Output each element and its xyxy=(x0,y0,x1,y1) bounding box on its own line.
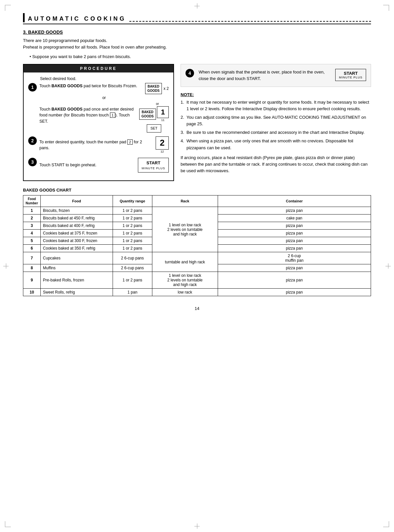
or-right-1: or xyxy=(39,101,159,106)
start-minute-plus-button-step4[interactable]: START MINUTE PLUS xyxy=(335,69,366,81)
num-11-label: 11 xyxy=(161,118,164,123)
cell-food: Cupcakes xyxy=(40,252,113,264)
note-1: It may not be necessary to enter weight … xyxy=(181,99,371,112)
crosshair-bottom xyxy=(194,523,200,529)
start-btn-step4: START MINUTE PLUS xyxy=(335,69,366,81)
step-2-number: 2 xyxy=(28,136,37,145)
note-section: NOTE: It may not be necessary to enter w… xyxy=(181,92,371,174)
baked-goods-table: FoodNumber Food Quantity range Rack Cont… xyxy=(23,195,371,296)
cell-food: Muffins xyxy=(40,264,113,272)
main-content: PROCEDURE Select desired food. 1 xyxy=(23,64,371,181)
cell-quantity: 1 or 2 pans xyxy=(113,237,152,245)
note-title: NOTE: xyxy=(181,92,371,97)
note-2: You can adjust cooking time as you like.… xyxy=(181,114,371,127)
cell-container: pizza pan xyxy=(218,207,371,215)
cell-food-number: 7 xyxy=(23,252,41,264)
step-2-row: 2 To enter desired quantity, touch the n… xyxy=(28,136,169,154)
num-display-2: 2 12 xyxy=(156,136,169,154)
procedure-box: PROCEDURE Select desired food. 1 xyxy=(23,64,174,181)
table-body: 1Biscuits, frozen1 or 2 pans1 level on l… xyxy=(23,207,371,296)
table-row: 9Pre-baked Rolls, frozen1 or 2 pans1 lev… xyxy=(23,272,371,289)
cell-food-number: 10 xyxy=(23,289,41,296)
cell-food-number: 8 xyxy=(23,264,41,272)
step-4-text: When oven signals that the preheat is ov… xyxy=(199,69,331,82)
step-3-content: Touch START to begin preheat. START MINU… xyxy=(39,158,169,173)
cell-quantity: 1 or 2 pans xyxy=(113,222,152,230)
right-column: 4 When oven signals that the preheat is … xyxy=(181,64,371,181)
cell-food-number: 5 xyxy=(23,237,41,245)
cell-container: pizza pan xyxy=(218,245,371,252)
page-header: AUTOMATIC COOKING xyxy=(23,13,371,24)
table-header-row: FoodNumber Food Quantity range Rack Cont… xyxy=(23,195,371,207)
cell-container: cake pan xyxy=(218,215,371,222)
col-header-container: Container xyxy=(218,195,371,207)
cell-food: Cookies baked at 375 F, frozen xyxy=(40,230,113,237)
page-title: AUTOMATIC COOKING xyxy=(28,15,126,22)
intro-text: There are 10 preprogrammed popular foods… xyxy=(23,37,371,50)
cell-rack: 1 level on low rack 2 levels on turntabl… xyxy=(152,272,218,289)
baked-goods-bold-1: BAKED GOODS xyxy=(52,84,82,88)
bullet-item: • Suppose you want to bake 2 pans of fro… xyxy=(30,53,371,60)
corner-mark-br xyxy=(383,521,389,527)
cell-quantity: 1 pan xyxy=(113,289,152,296)
col-header-food-number: FoodNumber xyxy=(23,195,41,207)
num-2-inline: 2 xyxy=(127,139,133,145)
col-header-food: Food xyxy=(40,195,113,207)
note-4: When using a pizza pan, use only ones th… xyxy=(181,138,371,151)
col-header-quantity: Quantity range xyxy=(113,195,152,207)
start-label: START xyxy=(142,160,165,166)
cell-food-number: 1 xyxy=(23,207,41,215)
cell-food: Biscuits, frozen xyxy=(40,207,113,215)
x2-label: x 2 xyxy=(164,86,169,92)
num-1-inline: 1 xyxy=(110,113,115,118)
step-1-number: 1 xyxy=(28,83,37,92)
cell-food: Cookies baked at 350 F, refrig xyxy=(40,245,113,252)
num-2-box: 2 xyxy=(156,136,169,150)
cell-food: Biscuits baked at 400 F, refrig xyxy=(40,222,113,230)
cell-quantity: 1 or 2 pans xyxy=(113,230,152,237)
cell-quantity: 1 or 2 pans xyxy=(113,215,152,222)
cell-quantity: 1 or 2 pans xyxy=(113,207,152,215)
procedure-header: PROCEDURE xyxy=(24,65,173,72)
cell-rack: turntable and high rack xyxy=(152,252,218,272)
baked-goods-button-1: BAKED GOODS xyxy=(145,83,162,94)
cell-quantity: 1 or 2 pans xyxy=(113,272,152,289)
cell-container: pizza pan xyxy=(218,289,371,296)
cell-food-number: 2 xyxy=(23,215,41,222)
step-1b-widget: BAKED GOODS 1 11 xyxy=(139,106,169,133)
intro-line-2: Preheat is preprogrammed for all foods. … xyxy=(23,45,167,50)
step-1a: Touch BAKED GOODS pad twice for Biscuits… xyxy=(39,83,169,94)
corner-mark-tr xyxy=(383,5,389,11)
step-1a-widget: BAKED GOODS x 2 xyxy=(145,83,169,94)
step-3-number: 3 xyxy=(28,158,37,166)
baked-goods-bold-2: BAKED GOODS xyxy=(52,107,82,112)
intro-line-1: There are 10 preprogrammed popular foods… xyxy=(23,38,107,43)
table-row: 10Sweet Rolls, refrig1 panlow rackpizza … xyxy=(23,289,371,296)
step-1-row: 1 Touch BAKED GOODS pad twice for Biscui… xyxy=(28,83,169,133)
or-divider-1: or xyxy=(39,95,169,101)
set-button-wrap: SET xyxy=(139,124,169,133)
start-minute-plus-button-step3[interactable]: START MINUTE PLUS xyxy=(138,158,169,173)
crosshair-right xyxy=(385,263,391,269)
step-2-content: To enter desired quantity, touch the num… xyxy=(39,136,169,154)
table-row: 7Cupcakes2 6-cup pansturntable and high … xyxy=(23,252,371,264)
step-3-text: Touch START to begin preheat. xyxy=(39,162,135,168)
cell-container: pizza pan xyxy=(218,272,371,289)
step-1b: Touch BAKED GOODS pad once and enter des… xyxy=(39,106,169,133)
cell-food-number: 4 xyxy=(23,230,41,237)
step-4-number: 4 xyxy=(186,69,194,77)
table-row: 1Biscuits, frozen1 or 2 pans1 level on l… xyxy=(23,207,371,215)
cell-rack: 1 level on low rack 2 levels on turntabl… xyxy=(152,207,218,252)
cell-quantity: 2 6-cup pans xyxy=(113,264,152,272)
cell-container: pizza pan xyxy=(218,230,371,237)
col-header-rack: Rack xyxy=(152,195,218,207)
baked-goods-button-2: BAKED GOODS xyxy=(139,109,156,120)
step-1a-text: Touch BAKED GOODS pad twice for Biscuits… xyxy=(39,83,142,89)
crosshair-left xyxy=(3,263,9,269)
cell-container: pizza pan xyxy=(218,264,371,272)
cell-food: Pre-baked Rolls, frozen xyxy=(40,272,113,289)
chart-section: BAKED GOODS CHART FoodNumber Food Quanti… xyxy=(23,188,371,296)
left-column: PROCEDURE Select desired food. 1 xyxy=(23,64,174,181)
step-1b-text: Touch BAKED GOODS pad once and enter des… xyxy=(39,106,137,125)
baked-goods-num-group: BAKED GOODS 1 11 xyxy=(139,106,169,123)
